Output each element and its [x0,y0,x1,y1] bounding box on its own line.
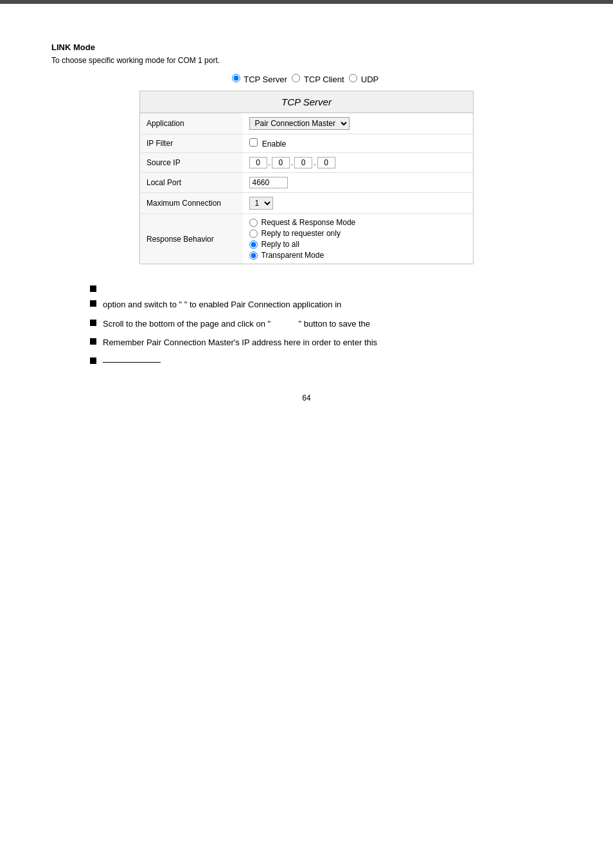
ip-octet-2[interactable] [272,157,290,168]
ip-filter-checkbox[interactable] [249,138,258,147]
bullet-list: option and switch to " " to enabled Pair… [90,284,562,368]
tcp-client-radio[interactable] [292,74,300,82]
response-behavior-value: Request & Response Mode Reply to request… [243,214,474,264]
table-title: TCP Server [140,91,474,113]
list-item-text: Remember Pair Connection Master's IP add… [103,336,377,349]
ip-filter-checkbox-label[interactable]: Enable [249,140,287,149]
local-port-label: Local Port [140,173,243,193]
transparent-mode-radio[interactable] [249,251,258,260]
ip-dot-1: . [269,158,271,167]
local-port-value [243,173,474,193]
list-item: Scroll to the bottom of the page and cli… [90,318,562,330]
table-row: IP Filter Enable [140,134,474,153]
list-item: Remember Pair Connection Master's IP add… [90,336,562,349]
ip-filter-value: Enable [243,134,474,153]
reply-all-radio[interactable] [249,240,258,249]
ip-octet-4[interactable] [317,157,335,168]
bullet-icon [90,300,96,307]
table-row: Application Pair Connection Master Real … [140,113,474,134]
bullet-icon [90,285,96,292]
ip-filter-label: IP Filter [140,134,243,153]
table-row: Maximum Connection 1 2 4 [140,193,474,214]
list-item [90,356,562,368]
table-header-row: TCP Server [140,91,474,113]
request-response-radio[interactable] [249,219,258,227]
ip-field: . . . [249,157,467,168]
tcp-server-table: TCP Server Application Pair Connection M… [139,91,474,264]
underline-placeholder [103,362,161,363]
reply-all-text: Reply to all [262,240,299,249]
bullet-icon [90,320,96,326]
source-ip-value: . . . [243,153,474,173]
max-connection-label: Maximum Connection [140,193,243,214]
source-ip-label: Source IP [140,153,243,173]
table-row: Source IP . . . [140,153,474,173]
bullet-icon [90,338,96,345]
reply-requester-radio[interactable] [249,230,258,238]
section-description: To choose specific working mode for COM … [51,56,562,65]
transparent-mode-label[interactable]: Transparent Mode [249,251,467,260]
link-mode-radio-group: TCP Server TCP Client UDP [51,74,562,84]
list-item: option and switch to " " to enabled Pair… [90,298,562,311]
bullet-icon [90,357,96,364]
response-behavior-options: Request & Response Mode Reply to request… [249,218,467,260]
table-row: Response Behavior Request & Response Mod… [140,214,474,264]
reply-requester-only-label[interactable]: Reply to requester only [249,229,467,238]
tcp-server-radio[interactable] [232,74,240,82]
response-behavior-label: Response Behavior [140,214,243,264]
page-number: 64 [51,393,562,402]
ip-dot-2: . [291,158,293,167]
udp-radio[interactable] [349,74,357,82]
tcp-client-label[interactable]: TCP Client [304,75,344,84]
list-item-text [103,356,161,368]
request-response-text: Request & Response Mode [262,218,356,227]
max-connection-select[interactable]: 1 2 4 [249,197,273,210]
application-value: Pair Connection Master Real COM Mode TCP… [243,113,474,134]
list-item [90,284,562,292]
link-mode-section: LINK Mode To choose specific working mod… [51,42,562,264]
ip-octet-3[interactable] [294,157,312,168]
reply-to-all-label[interactable]: Reply to all [249,240,467,249]
transparent-mode-text: Transparent Mode [262,251,324,260]
ip-dot-3: . [314,158,315,167]
max-connection-value: 1 2 4 [243,193,474,214]
list-item-text: option and switch to " " to enabled Pair… [103,298,341,311]
section-title: LINK Mode [51,42,562,52]
request-response-mode-label[interactable]: Request & Response Mode [249,218,467,227]
local-port-input[interactable] [249,177,288,188]
tcp-server-label[interactable]: TCP Server [244,75,287,84]
ip-octet-1[interactable] [249,157,267,168]
application-label: Application [140,113,243,134]
list-item-text: Scroll to the bottom of the page and cli… [103,318,370,330]
application-dropdown[interactable]: Pair Connection Master Real COM Mode TCP… [249,117,350,130]
udp-label[interactable]: UDP [361,75,378,84]
reply-requester-text: Reply to requester only [262,229,341,238]
table-row: Local Port [140,173,474,193]
